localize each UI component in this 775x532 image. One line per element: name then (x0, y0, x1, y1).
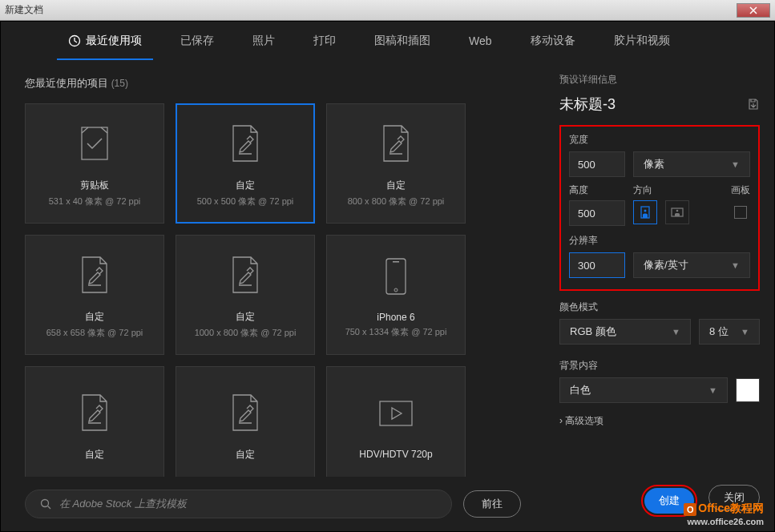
tab-label: 移动设备 (531, 34, 575, 48)
go-label: 前往 (482, 497, 503, 511)
tab-label: 已保存 (180, 34, 214, 48)
orientation-portrait-button[interactable] (633, 200, 657, 224)
custom-icon (229, 119, 261, 167)
titlebar: 新建文档 (0, 0, 775, 21)
resolution-unit-select[interactable]: 像素/英寸 ▼ (633, 252, 750, 278)
height-input[interactable]: 500 (569, 200, 625, 226)
tab-recent[interactable]: 最近使用项 (49, 22, 161, 60)
tab-mobile[interactable]: 移动设备 (511, 22, 595, 60)
detail-header: 预设详细信息 (559, 73, 760, 87)
tab-saved[interactable]: 已保存 (161, 22, 233, 60)
chevron-down-icon: ▼ (741, 327, 749, 337)
card-title: 自定 (85, 448, 104, 461)
chevron-down-icon: ▼ (708, 385, 717, 395)
resolution-input[interactable]: 300 (569, 252, 625, 278)
chevron-right-icon: › (559, 415, 563, 426)
color-mode-select[interactable]: RGB 颜色 ▼ (559, 319, 691, 345)
tab-photo[interactable]: 照片 (233, 22, 294, 60)
dimensions-highlight: 宽度 500 像素 ▼ 高度 500 方向 (559, 125, 760, 291)
background-label: 背景内容 (559, 359, 760, 373)
advanced-options-toggle[interactable]: › 高级选项 (559, 414, 760, 428)
search-icon (40, 498, 51, 510)
artboard-label: 画板 (731, 183, 750, 197)
chevron-down-icon: ▼ (731, 260, 740, 270)
create-button[interactable]: 创建 (644, 488, 694, 514)
category-tabs: 最近使用项 已保存 照片 打印 图稿和插图 Web 移动设备 胶片和视频 (1, 22, 774, 60)
create-label: 创建 (659, 494, 680, 508)
close-icon (749, 6, 757, 14)
resolution-unit-label: 像素/英寸 (644, 258, 688, 272)
background-swatch[interactable] (736, 378, 760, 402)
window-title: 新建文档 (5, 3, 737, 17)
advanced-options-label: 高级选项 (565, 415, 603, 426)
video-icon (376, 389, 416, 437)
tab-label: 最近使用项 (86, 34, 142, 48)
color-mode-value: RGB 颜色 (570, 324, 616, 339)
custom-icon (229, 389, 261, 437)
recent-count: (15) (111, 78, 128, 89)
tab-art[interactable]: 图稿和插图 (355, 22, 450, 60)
landscape-icon (671, 208, 684, 217)
preset-card[interactable]: 自定 500 x 500 像素 @ 72 ppi (176, 103, 315, 224)
card-dimensions: 800 x 800 像素 @ 72 ppi (348, 195, 445, 208)
bit-depth-select[interactable]: 8 位 ▼ (699, 319, 760, 345)
artboard-checkbox[interactable] (734, 206, 747, 219)
background-select[interactable]: 白色 ▼ (559, 377, 728, 403)
card-title: 自定 (386, 179, 406, 192)
tab-film[interactable]: 胶片和视频 (595, 22, 689, 60)
document-name-row: 未标题-3 (559, 95, 760, 114)
card-title: 自定 (236, 448, 255, 461)
width-unit-label: 像素 (644, 157, 664, 171)
tab-web[interactable]: Web (450, 22, 511, 60)
tab-label: 图稿和插图 (374, 34, 430, 48)
preset-card[interactable]: iPhone 6 750 x 1334 像素 @ 72 ppi (326, 235, 466, 355)
preset-card[interactable]: 剪贴板 531 x 40 像素 @ 72 ppi (25, 103, 164, 224)
portrait-icon (640, 206, 650, 219)
color-mode-label: 颜色模式 (559, 300, 760, 314)
content-area: 您最近使用的项目 (15) 剪贴板 531 x 40 像素 @ 72 ppi 自… (1, 60, 774, 531)
close-label: 关闭 (724, 490, 745, 505)
card-dimensions: 1000 x 800 像素 @ 72 ppi (195, 327, 297, 339)
orientation-landscape-button[interactable] (665, 200, 689, 224)
background-value: 白色 (570, 383, 591, 397)
svg-rect-5 (380, 401, 412, 425)
search-bar: 在 Adobe Stock 上查找模板 前往 (25, 477, 521, 531)
clock-icon (68, 34, 81, 47)
close-window-button[interactable] (737, 3, 770, 18)
preset-card[interactable]: HDV/HDTV 720p (326, 366, 466, 477)
tab-label: 照片 (252, 34, 275, 48)
preset-card[interactable]: 自定 (25, 366, 164, 477)
card-title: iPhone 6 (377, 312, 414, 323)
card-dimensions: 750 x 1334 像素 @ 72 ppi (345, 326, 447, 338)
preset-card[interactable]: 自定 1000 x 800 像素 @ 72 ppi (176, 235, 315, 355)
orientation-label: 方向 (633, 183, 689, 197)
custom-icon (229, 251, 261, 299)
card-title: HDV/HDTV 720p (359, 449, 432, 460)
svg-point-3 (394, 288, 398, 292)
presets-panel: 您最近使用的项目 (15) 剪贴板 531 x 40 像素 @ 72 ppi 自… (1, 60, 545, 531)
new-document-dialog: 最近使用项 已保存 照片 打印 图稿和插图 Web 移动设备 胶片和视频 您最近… (0, 21, 775, 532)
width-input[interactable]: 500 (569, 151, 625, 177)
chevron-down-icon: ▼ (731, 159, 740, 169)
search-input[interactable]: 在 Adobe Stock 上查找模板 (25, 490, 452, 518)
go-button[interactable]: 前往 (463, 490, 521, 518)
card-title: 自定 (236, 310, 255, 324)
clipboard-icon (78, 119, 111, 167)
phone-icon (384, 252, 408, 300)
tab-print[interactable]: 打印 (294, 22, 355, 60)
close-button[interactable]: 关闭 (708, 485, 760, 510)
width-unit-select[interactable]: 像素 ▼ (633, 151, 750, 177)
preset-card[interactable]: 自定 (176, 366, 315, 477)
search-placeholder: 在 Adobe Stock 上查找模板 (59, 497, 187, 511)
svg-point-10 (676, 210, 679, 212)
svg-rect-4 (393, 261, 399, 263)
preset-card[interactable]: 自定 800 x 800 像素 @ 72 ppi (326, 103, 466, 224)
preset-cards-grid: 剪贴板 531 x 40 像素 @ 72 ppi 自定 500 x 500 像素… (25, 103, 521, 477)
preset-card[interactable]: 自定 658 x 658 像素 @ 72 ppi (25, 235, 164, 355)
document-name[interactable]: 未标题-3 (559, 95, 616, 114)
save-preset-icon[interactable] (747, 98, 760, 111)
svg-rect-1 (82, 127, 107, 159)
tab-label: 打印 (313, 34, 336, 48)
svg-point-8 (644, 210, 647, 212)
card-title: 自定 (85, 310, 104, 324)
